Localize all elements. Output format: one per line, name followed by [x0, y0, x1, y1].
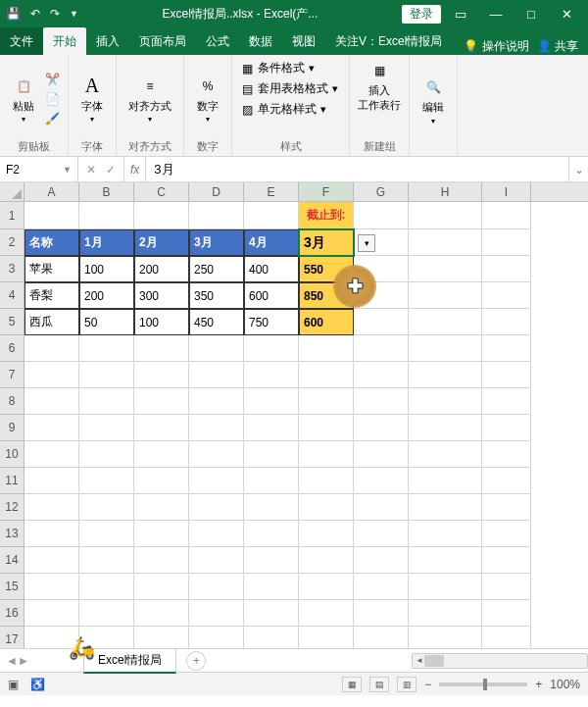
cell[interactable]: [24, 521, 79, 547]
fx-icon[interactable]: fx: [124, 157, 146, 181]
cell[interactable]: 截止到:: [299, 202, 354, 229]
cell[interactable]: [354, 415, 409, 441]
worksheet-grid[interactable]: Excel 局 ABCDEFGHI 1234567891011121314151…: [0, 182, 588, 648]
cell[interactable]: 550: [299, 256, 354, 282]
cell[interactable]: [409, 229, 482, 256]
cell[interactable]: [299, 521, 354, 547]
cell[interactable]: [244, 362, 299, 388]
cell[interactable]: [24, 600, 79, 627]
cell[interactable]: [79, 415, 134, 441]
column-header[interactable]: H: [409, 182, 482, 201]
tab-scroll-left-icon[interactable]: ◄: [6, 654, 18, 668]
maximize-icon[interactable]: □: [515, 7, 547, 22]
conditional-format-button[interactable]: ▦条件格式 ▾: [240, 59, 315, 77]
cell[interactable]: [79, 441, 134, 468]
cell[interactable]: 450: [189, 309, 244, 335]
cell[interactable]: 600: [244, 282, 299, 309]
page-break-view-icon[interactable]: ▥: [397, 677, 416, 692]
cell-styles-button[interactable]: ▨单元格样式 ▾: [240, 100, 326, 119]
font-button[interactable]: A 字体 ▾: [76, 73, 108, 126]
cell[interactable]: [409, 574, 482, 600]
cell[interactable]: [244, 494, 299, 521]
cell[interactable]: [189, 494, 244, 521]
ribbon-options-icon[interactable]: ▭: [445, 7, 476, 22]
cell[interactable]: [354, 309, 409, 335]
cell[interactable]: [482, 547, 531, 574]
cell[interactable]: [482, 574, 531, 600]
zoom-level[interactable]: 100%: [550, 678, 580, 691]
cell[interactable]: [409, 441, 482, 468]
row-header[interactable]: 3: [0, 256, 24, 282]
cell[interactable]: [79, 335, 134, 362]
cut-icon[interactable]: ✂️: [45, 73, 60, 86]
cell[interactable]: [482, 388, 531, 415]
dropdown-button-icon[interactable]: ▾: [358, 234, 375, 252]
row-header[interactable]: 14: [0, 547, 24, 574]
cell[interactable]: 250: [189, 256, 244, 282]
cell[interactable]: [189, 202, 244, 229]
cell[interactable]: [409, 282, 482, 309]
cell[interactable]: [189, 627, 244, 648]
cell[interactable]: 400: [244, 256, 299, 282]
cell[interactable]: [79, 362, 134, 388]
cell[interactable]: [134, 202, 189, 229]
tab-home[interactable]: 开始: [43, 27, 86, 55]
cell[interactable]: 200: [134, 256, 189, 282]
column-header[interactable]: A: [24, 182, 79, 201]
column-header[interactable]: E: [244, 182, 299, 201]
cell[interactable]: [79, 521, 134, 547]
cell[interactable]: [299, 441, 354, 468]
cell[interactable]: 850: [299, 282, 354, 309]
enter-formula-icon[interactable]: ✓: [106, 163, 116, 177]
cell[interactable]: [134, 521, 189, 547]
tell-me[interactable]: 💡 操作说明: [464, 38, 528, 55]
cell[interactable]: [409, 256, 482, 282]
cell[interactable]: [244, 627, 299, 648]
cell[interactable]: [354, 388, 409, 415]
format-as-table-button[interactable]: ▤套用表格格式 ▾: [240, 79, 338, 98]
cancel-formula-icon[interactable]: ✕: [86, 163, 96, 177]
tab-data[interactable]: 数据: [239, 27, 282, 55]
cell[interactable]: [79, 574, 134, 600]
row-header[interactable]: 4: [0, 282, 24, 309]
cell[interactable]: 750: [244, 309, 299, 335]
cell[interactable]: [482, 229, 531, 256]
cell[interactable]: [189, 547, 244, 574]
cell[interactable]: [24, 335, 79, 362]
cell[interactable]: [482, 441, 531, 468]
format-painter-icon[interactable]: 🖌️: [45, 112, 60, 126]
cell[interactable]: [244, 547, 299, 574]
row-header[interactable]: 12: [0, 494, 24, 521]
cell[interactable]: [79, 494, 134, 521]
cell[interactable]: [134, 627, 189, 648]
column-header[interactable]: I: [482, 182, 531, 201]
cell[interactable]: [409, 335, 482, 362]
row-header[interactable]: 10: [0, 441, 24, 468]
cell[interactable]: [189, 521, 244, 547]
cell[interactable]: [482, 468, 531, 494]
cell[interactable]: [299, 335, 354, 362]
cell[interactable]: [24, 494, 79, 521]
formula-input[interactable]: [146, 157, 568, 181]
column-header[interactable]: G: [354, 182, 409, 201]
cell[interactable]: [354, 494, 409, 521]
cell[interactable]: [409, 494, 482, 521]
normal-view-icon[interactable]: ▦: [342, 677, 362, 692]
cell[interactable]: [24, 468, 79, 494]
tab-formula[interactable]: 公式: [196, 27, 239, 55]
cell[interactable]: [299, 362, 354, 388]
cell[interactable]: 100: [79, 256, 134, 282]
cell[interactable]: 2月: [134, 229, 189, 256]
cell[interactable]: 名称: [24, 229, 79, 256]
cell[interactable]: [134, 335, 189, 362]
new-sheet-button[interactable]: +: [186, 651, 206, 671]
cell[interactable]: [299, 415, 354, 441]
cell[interactable]: [244, 468, 299, 494]
cell[interactable]: [134, 494, 189, 521]
cell[interactable]: [354, 441, 409, 468]
cell[interactable]: [299, 388, 354, 415]
cell[interactable]: [299, 547, 354, 574]
cell[interactable]: [409, 547, 482, 574]
cell[interactable]: [134, 547, 189, 574]
cell[interactable]: [354, 627, 409, 648]
